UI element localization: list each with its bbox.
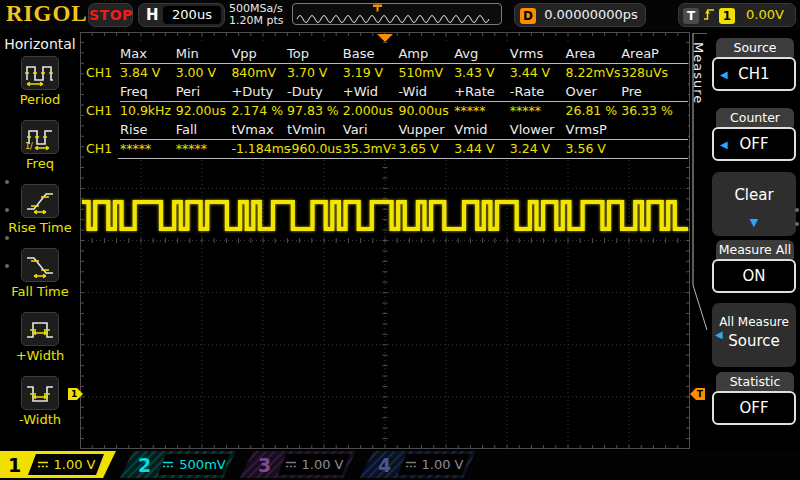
svg-text:1/: 1/ [25,142,33,150]
measure-header-cell: -Rate [510,84,566,99]
measure-header-cell: Max [120,46,176,61]
measure-value-cell: 510mV [398,65,454,80]
measure-table-rows: MaxMinVppTopBaseAmpAvgVrmsAreaAreaPCH13.… [84,44,688,158]
measure-value-cell: ***** [120,141,176,156]
preview-sine-icon [297,16,489,23]
measure-header-cell: Vlower [510,122,566,137]
measure-value-cell: 328uVs [621,65,677,80]
menu-scroll-dot [5,264,9,268]
menu-page-dot [795,208,799,212]
menu-scroll-dot [5,180,9,184]
all-measure-label: All Measure [712,315,796,329]
measure-value-row: CH110.9kHz92.00us2.174 %97.83 %2.000us90… [84,101,688,120]
rise-time-icon [25,188,55,214]
trigger-level-marker[interactable]: T [690,388,705,400]
measure-header-row: FreqPeri+Duty-Duty+Wid-Wid+Rate-RateOver… [84,82,688,101]
measure-value-cell: 35.3mV² [343,141,399,156]
measure-value-cell: 3.00 V [176,65,232,80]
measure-value-row: CH1**********-1.184ms-960.0us35.3mV²3.65… [84,139,688,158]
menu-item-period[interactable]: Period [0,56,80,107]
measure-value-cell: 3.19 V [343,65,399,80]
run-stop-indicator[interactable]: STOP [88,3,133,27]
menu-item-label: Freq [0,156,80,171]
memory-depth: 1.20M pts [229,15,284,27]
measure-header-cell: +Wid [343,84,399,99]
channel3-block[interactable]: 3 1.00 V [240,451,356,478]
waveform-preview-strip[interactable] [292,3,502,25]
left-arrow-icon: ◀ [720,69,728,80]
channel3-scale: 1.00 V [278,454,350,475]
measure-value-cell: 3.84 V [120,65,176,80]
menu-measure-all-button[interactable]: ON [712,259,796,293]
menu-item-freq[interactable]: 1/ Freq [0,120,80,171]
channel1-block[interactable]: 1 1.00 V [0,451,116,478]
measure-header-cell: Over [566,84,622,99]
fall-time-icon [25,252,55,278]
menu-item-neg-width[interactable]: -Width [0,376,80,427]
horizontal-scale-button[interactable]: H 200us [138,3,225,27]
channel1-number: 1 [8,453,21,477]
measure-value-cell: -960.0us [287,141,343,156]
measure-value-cell: 3.65 V [398,141,454,156]
menu-all-measure-source-button[interactable]: ◀ All Measure Source [712,303,796,367]
menu-statistic-button[interactable]: OFF [712,391,796,425]
menu-counter-button[interactable]: ◀ OFF [712,127,796,161]
down-arrow-icon: ▼ [712,216,796,229]
trigger-badge-icon: T [683,8,699,24]
menu-measure-all-label: Measure All [716,240,794,259]
menu-measure-all-value: ON [742,267,765,285]
coupling-icon [285,460,297,469]
measure-value-cell: 3.44 V [510,65,566,80]
menu-item-label: -Width [0,412,80,427]
channel2-block[interactable]: 2 500mV [120,451,236,478]
measure-header-cell: Vrms [510,46,566,61]
measure-header-cell: Area [566,46,622,61]
menu-source-button[interactable]: ◀ CH1 [712,57,796,91]
measure-value-cell: 3.43 V [454,65,510,80]
measure-header-cell: Base [343,46,399,61]
measure-header-cell: +Duty [231,84,287,99]
menu-item-label: Period [0,92,80,107]
measure-row-channel: CH1 [84,65,120,80]
channel2-scale: 500mV [158,454,230,475]
measure-header-row: MaxMinVppTopBaseAmpAvgVrmsAreaAreaP [84,44,688,63]
measure-value-cell: 26.81 % [566,103,622,118]
period-icon [25,60,55,86]
coupling-icon [37,460,49,469]
measure-header-cell: Min [176,46,232,61]
menu-clear-button[interactable]: Clear ▼ [712,172,796,236]
menu-page-dot [795,222,799,226]
measure-value-cell: 2.174 % [231,103,287,118]
measure-header-cell: Vmid [454,122,510,137]
menu-item-rise-time[interactable]: Rise Time [0,184,80,235]
channel4-number: 4 [378,453,391,477]
channel-status-bar: 1 1.00 V 2 500mV 3 [0,450,800,480]
left-arrow-icon: ◀ [720,139,728,150]
measure-header-cell: Amp [398,46,454,61]
measure-header-cell: tVmin [287,122,343,137]
measure-header-cell: tVmax [231,122,287,137]
menu-item-pos-width[interactable]: +Width [0,312,80,363]
channel4-scale: 1.00 V [398,454,470,475]
channel1-scale: 1.00 V [28,454,104,475]
left-arrow-icon: ◀ [715,329,723,340]
delay-value: 0.00000000ps [539,4,643,26]
measure-header-cell: Top [287,46,343,61]
measure-value-cell: ***** [176,141,232,156]
menu-clear-label: Clear [712,186,796,204]
trigger-source-badge: 1 [719,8,735,24]
measure-value-cell: 90.00us [398,103,454,118]
measure-value-cell: 840mV [231,65,287,80]
measure-row-channel: CH1 [84,103,120,118]
channel4-block[interactable]: 4 1.00 V [360,451,476,478]
horizontal-label: H [146,6,159,24]
coupling-icon [405,460,417,469]
channel2-number: 2 [138,453,151,477]
measure-value-cell: 36.33 % [621,103,677,118]
menu-item-fall-time[interactable]: Fall Time [0,248,80,299]
trigger-delay-readout[interactable]: D 0.00000000ps [514,3,646,27]
menu-item-label: +Width [0,348,80,363]
trigger-readout[interactable]: T 1 0.00V [678,3,796,27]
minus-width-icon [25,380,55,406]
measure-header-cell: Vari [343,122,399,137]
